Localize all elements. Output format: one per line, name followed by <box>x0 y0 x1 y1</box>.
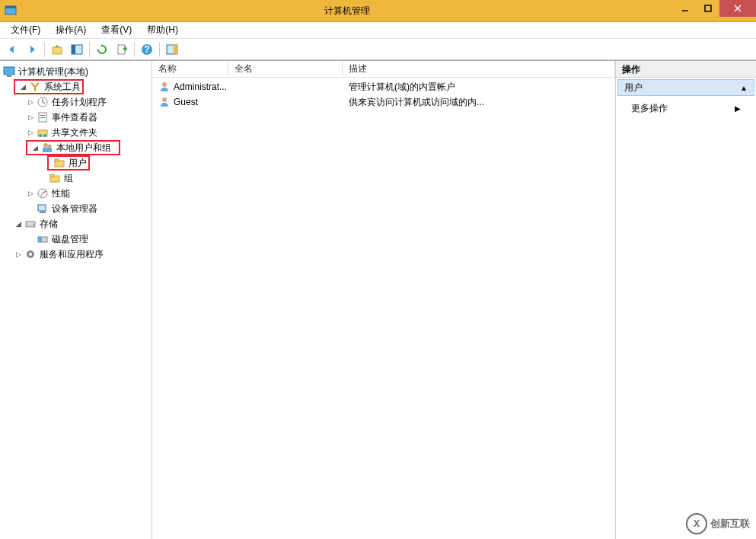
tree-root[interactable]: 计算机管理(本地) <box>0 64 152 79</box>
svg-point-39 <box>162 82 167 87</box>
forward-button[interactable] <box>23 40 41 59</box>
minimize-button[interactable] <box>674 0 697 17</box>
tree-shared-folders-label: 共享文件夹 <box>50 126 99 139</box>
svg-rect-19 <box>40 117 45 118</box>
tree-system-tools[interactable]: ◢ 系统工具 <box>14 79 84 94</box>
cell-name-text: Administrat... <box>174 81 227 92</box>
tree-services-apps[interactable]: ▷ 服务和应用程序 <box>0 247 152 262</box>
collapse-icon[interactable]: ◢ <box>18 82 27 91</box>
action-pane-button[interactable] <box>163 40 181 59</box>
tree-performance[interactable]: ▷ 性能 <box>0 186 152 201</box>
svg-rect-36 <box>38 237 42 242</box>
svg-rect-1 <box>5 6 16 8</box>
column-name[interactable]: 名称 <box>152 61 228 77</box>
expand-icon[interactable]: ▷ <box>14 250 23 259</box>
tree-event-viewer[interactable]: ▷ 事件查看器 <box>0 110 152 125</box>
titlebar: 计算机管理 <box>0 0 756 22</box>
watermark: X 创新互联 <box>686 513 750 534</box>
watermark-text: 创新互联 <box>710 518 750 529</box>
device-icon <box>37 203 49 215</box>
collapse-icon[interactable]: ◢ <box>14 219 23 228</box>
actions-more[interactable]: 更多操作 ▶ <box>616 97 756 120</box>
tree-device-manager-label: 设备管理器 <box>50 203 99 215</box>
cell-description: 供来宾访问计算机或访问域的内... <box>343 96 615 109</box>
clock-icon <box>37 96 49 108</box>
export-button[interactable] <box>113 40 131 59</box>
tree-local-users-groups[interactable]: ◢ 本地用户和组 <box>26 140 120 155</box>
svg-point-23 <box>43 143 48 148</box>
column-description[interactable]: 描述 <box>343 61 615 77</box>
help-button[interactable]: ? <box>138 40 156 59</box>
svg-rect-31 <box>38 205 46 211</box>
svg-rect-8 <box>72 45 75 54</box>
app-icon <box>5 5 17 17</box>
column-fullname[interactable]: 全名 <box>228 61 343 77</box>
window-controls <box>674 0 756 21</box>
up-button[interactable] <box>48 40 66 59</box>
cell-name: Guest <box>152 96 228 108</box>
svg-point-22 <box>43 134 46 137</box>
svg-point-34 <box>33 224 34 225</box>
toolbar-separator <box>134 42 135 57</box>
actions-section[interactable]: 用户 ▲ <box>617 79 754 96</box>
collapse-icon[interactable]: ◢ <box>30 143 40 152</box>
toolbar: ? <box>0 39 756 60</box>
tree-users[interactable]: 用户 <box>47 155 90 171</box>
svg-point-24 <box>48 145 52 148</box>
tree-task-scheduler[interactable]: ▷ 任务计划程序 <box>0 94 152 110</box>
tree-performance-label: 性能 <box>50 187 72 200</box>
svg-rect-14 <box>4 67 14 75</box>
tree-local-users-groups-label: 本地用户和组 <box>55 142 113 155</box>
tree-groups-label: 组 <box>62 172 75 185</box>
expand-icon[interactable]: ▷ <box>26 128 35 137</box>
list-header: 名称 全名 描述 <box>152 61 615 78</box>
tree-device-manager[interactable]: 设备管理器 <box>0 201 152 216</box>
expand-icon[interactable]: ▷ <box>26 189 35 198</box>
svg-text:?: ? <box>144 44 149 55</box>
user-icon <box>158 81 171 93</box>
tree-disk-management-label: 磁盘管理 <box>50 233 90 246</box>
refresh-button[interactable] <box>93 40 111 59</box>
svg-rect-25 <box>43 148 52 152</box>
user-icon <box>158 96 171 108</box>
show-hide-tree-button[interactable] <box>68 40 86 59</box>
close-button[interactable] <box>719 0 756 17</box>
tree-root-label: 计算机管理(本地) <box>17 65 90 78</box>
services-icon <box>24 248 37 260</box>
menu-view[interactable]: 查看(V) <box>97 22 136 38</box>
tree-storage[interactable]: ◢ 存储 <box>0 216 152 231</box>
submenu-arrow-icon: ▶ <box>735 104 741 113</box>
menu-action[interactable]: 操作(A) <box>51 22 91 38</box>
tree-groups[interactable]: 组 <box>0 171 152 186</box>
users-groups-icon <box>41 142 53 154</box>
menubar: 文件(F) 操作(A) 查看(V) 帮助(H) <box>0 22 756 39</box>
toolbar-separator <box>89 42 90 57</box>
cell-name-text: Guest <box>174 97 198 107</box>
cell-description: 管理计算机(域)的内置帐户 <box>343 81 615 94</box>
cell-name: Administrat... <box>152 81 228 93</box>
folder-icon <box>53 157 65 169</box>
tree-pane[interactable]: 计算机管理(本地) ◢ 系统工具 ▷ 任务计划程序 ▷ 事件查看器 ▷ 共享文件… <box>0 61 152 539</box>
tree-disk-management[interactable]: 磁盘管理 <box>0 231 152 247</box>
tree-shared-folders[interactable]: ▷ 共享文件夹 <box>0 125 152 140</box>
tree-event-viewer-label: 事件查看器 <box>50 111 99 124</box>
menu-file[interactable]: 文件(F) <box>6 22 45 38</box>
back-button[interactable] <box>3 40 21 59</box>
svg-point-40 <box>162 97 167 102</box>
performance-icon <box>37 187 49 199</box>
svg-rect-3 <box>705 5 711 11</box>
watermark-logo-icon: X <box>686 513 707 534</box>
svg-rect-18 <box>40 115 45 116</box>
expand-icon[interactable]: ▷ <box>26 113 35 122</box>
expand-icon[interactable]: ▷ <box>26 97 35 107</box>
list-row[interactable]: Administrat... 管理计算机(域)的内置帐户 <box>152 79 615 94</box>
svg-point-38 <box>29 253 32 256</box>
list-pane: 名称 全名 描述 Administrat... 管理计算机(域)的内置帐户 Gu… <box>152 61 616 539</box>
svg-point-21 <box>39 134 42 137</box>
menu-help[interactable]: 帮助(H) <box>142 22 183 38</box>
list-row[interactable]: Guest 供来宾访问计算机或访问域的内... <box>152 94 615 110</box>
actions-more-label: 更多操作 <box>631 102 668 115</box>
storage-icon <box>24 218 37 230</box>
actions-header: 操作 <box>616 61 756 78</box>
maximize-button[interactable] <box>697 0 719 17</box>
